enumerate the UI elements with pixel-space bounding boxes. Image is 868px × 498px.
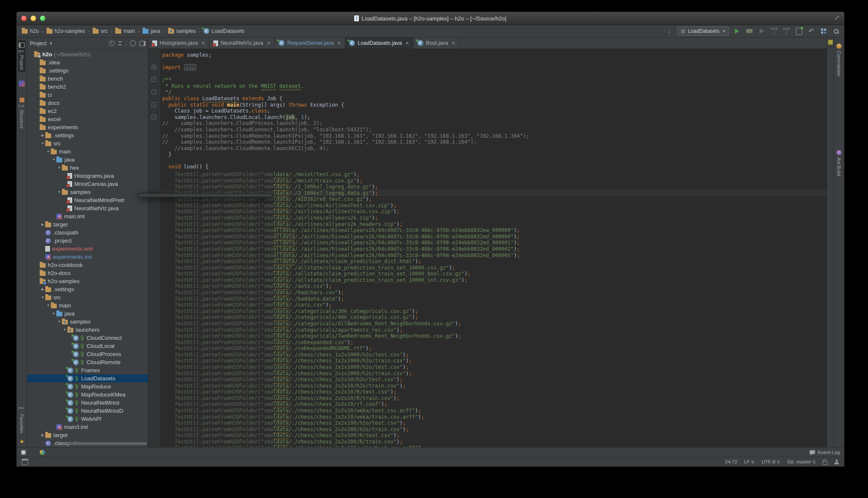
debug-button[interactable] bbox=[745, 27, 754, 35]
sidebar-item-commander[interactable]: Commander bbox=[836, 41, 842, 79]
tree-row[interactable]: ▼hex bbox=[27, 164, 148, 172]
project-view-select[interactable]: Project▼ bbox=[30, 41, 53, 46]
vcs-commit-button[interactable]: VCS↑ bbox=[782, 27, 791, 35]
tree-row[interactable]: CCloudRemote bbox=[27, 358, 148, 366]
sidebar-item-changes[interactable] bbox=[40, 450, 47, 455]
breadcrumb-item[interactable]: h2o bbox=[20, 28, 41, 35]
sidebar-item-7-structure[interactable]: 7: Structure bbox=[18, 95, 25, 131]
tree-row[interactable]: ec2 bbox=[27, 107, 148, 115]
tree-row[interactable]: h2o-samples bbox=[27, 277, 148, 285]
breadcrumb-item[interactable]: java bbox=[141, 28, 162, 35]
tree-row[interactable]: bench bbox=[27, 75, 148, 83]
tree-row[interactable]: docs bbox=[27, 99, 148, 107]
tree-row[interactable]: NeuralNetMnistPretr bbox=[27, 196, 148, 204]
sidebar-item-todo[interactable] bbox=[21, 450, 29, 455]
tree-expanded-arrow-icon[interactable]: ▼ bbox=[57, 320, 62, 324]
changes-dialog-button[interactable] bbox=[794, 27, 804, 35]
tree-row[interactable]: h2o-cookbook bbox=[27, 261, 148, 269]
tree-row[interactable]: experiments bbox=[27, 123, 148, 131]
vcs-update-button[interactable]: VCS↓ bbox=[769, 27, 779, 35]
tree-row[interactable]: JIexperiments.iml bbox=[27, 253, 148, 261]
sidebar-item-1-project[interactable]: 1: Project bbox=[18, 40, 26, 72]
tree-row[interactable]: ▶.settings bbox=[27, 285, 148, 293]
tree-row[interactable]: CCloudConnect bbox=[27, 334, 148, 342]
event-log-button[interactable]: Event Log bbox=[810, 450, 840, 455]
lock-icon[interactable] bbox=[823, 461, 827, 465]
tree-row[interactable]: ▼launchers bbox=[27, 326, 148, 334]
fold-marker-icon[interactable]: - bbox=[151, 77, 156, 82]
tab-neuralnetviz-java[interactable]: NeuralNetViz.java✕ bbox=[210, 38, 275, 49]
run-configuration-select[interactable]: LoadDatasets ▼ bbox=[677, 26, 729, 36]
zoom-window-button[interactable] bbox=[40, 15, 46, 21]
tree-expanded-arrow-icon[interactable]: ▼ bbox=[46, 304, 51, 307]
tree-row[interactable]: bench2 bbox=[27, 83, 148, 91]
close-icon[interactable]: ✕ bbox=[451, 41, 455, 46]
changed-files-icon[interactable] bbox=[665, 27, 674, 35]
tree-row[interactable]: excel bbox=[27, 115, 148, 123]
tree-collapsed-arrow-icon[interactable]: ▶ bbox=[40, 287, 45, 291]
tab-histograms-java[interactable]: Histograms.java✕ bbox=[149, 38, 210, 49]
user-icon[interactable] bbox=[834, 460, 839, 464]
project-structure-button[interactable] bbox=[819, 27, 828, 35]
run-button[interactable] bbox=[732, 27, 742, 35]
tree-row[interactable]: .idea bbox=[27, 58, 148, 67]
tree-row[interactable]: ▼java bbox=[27, 156, 148, 164]
close-window-button[interactable] bbox=[21, 15, 27, 21]
close-icon[interactable]: ✕ bbox=[405, 41, 409, 46]
tree-collapsed-arrow-icon[interactable]: ▶ bbox=[40, 133, 45, 137]
breadcrumb-item[interactable]: samples bbox=[166, 28, 198, 35]
tree-row[interactable]: ▶target bbox=[27, 220, 148, 229]
fold-marker-icon[interactable]: - bbox=[151, 115, 156, 119]
sidebar-item-favorites[interactable]: 2: Favorites bbox=[18, 404, 25, 436]
fold-marker-icon[interactable] bbox=[151, 90, 156, 94]
tree-row[interactable]: ci bbox=[27, 91, 148, 99]
tree-row[interactable]: CCloudLocal bbox=[27, 342, 148, 350]
tab-loaddatasets-java[interactable]: CLoadDatasets.java✕ bbox=[345, 38, 414, 49]
tree-expanded-arrow-icon[interactable]: ▼ bbox=[51, 312, 56, 316]
coverage-button[interactable] bbox=[757, 27, 766, 35]
tree-expanded-arrow-icon[interactable]: ▼ bbox=[46, 150, 51, 153]
code-editor[interactable]: package samples;+import ...-/** * Runs a… bbox=[149, 49, 827, 447]
tree-row[interactable]: JImain.iml bbox=[27, 212, 148, 220]
fold-marker-icon[interactable]: + bbox=[151, 65, 156, 69]
tree-row[interactable]: ▼samples bbox=[27, 188, 148, 196]
breadcrumb-item[interactable]: main bbox=[114, 28, 137, 35]
tree-row[interactable]: NeuralNetViz.java bbox=[27, 204, 148, 212]
tree-row[interactable]: ▶target bbox=[27, 431, 148, 439]
tree-collapsed-arrow-icon[interactable]: ▶ bbox=[40, 223, 45, 226]
tree-expanded-arrow-icon[interactable]: ▼ bbox=[57, 166, 62, 170]
search-icon[interactable] bbox=[831, 27, 841, 35]
breadcrumb-item[interactable]: h2o-samples bbox=[45, 28, 87, 35]
breadcrumb-item[interactable]: src bbox=[91, 28, 110, 35]
tree-expanded-arrow-icon[interactable]: ▼ bbox=[57, 190, 62, 194]
tree-row[interactable]: Histograms.java bbox=[27, 172, 148, 180]
tree-row[interactable]: ▼src bbox=[27, 139, 148, 148]
tree-expanded-arrow-icon[interactable]: ▼ bbox=[51, 158, 56, 162]
tree-row[interactable]: CMapReduceKMea bbox=[27, 391, 148, 399]
hide-panel-icon[interactable] bbox=[140, 41, 146, 46]
close-icon[interactable]: ✕ bbox=[267, 41, 271, 46]
tree-row[interactable]: CCloudProcess bbox=[27, 350, 148, 358]
tree-row[interactable]: ▼java bbox=[27, 310, 148, 318]
tree-row[interactable]: CWebAPI bbox=[27, 415, 148, 423]
fullscreen-icon[interactable] bbox=[834, 14, 840, 22]
encoding-select[interactable]: UTF-8⇅ bbox=[761, 459, 780, 464]
tree-row[interactable]: CFrames bbox=[27, 366, 148, 374]
tree-expanded-arrow-icon[interactable]: ▼ bbox=[40, 142, 45, 145]
collapse-all-icon[interactable] bbox=[118, 41, 122, 46]
inspection-marker-bar[interactable] bbox=[827, 38, 833, 447]
sidebar-item-ji[interactable] bbox=[18, 78, 26, 89]
tree-row[interactable]: CNeuralNetMnistD bbox=[27, 407, 148, 415]
tab-boot-java[interactable]: CBoot.java✕ bbox=[414, 38, 460, 49]
tree-row[interactable]: CNeuralNetMnist bbox=[27, 399, 148, 407]
tree-row[interactable]: CMapReduce bbox=[27, 382, 148, 391]
caret-position[interactable]: 24:72 bbox=[725, 459, 737, 464]
close-icon[interactable]: ✕ bbox=[201, 41, 205, 46]
tree-row[interactable]: .project bbox=[27, 237, 148, 245]
tree-expanded-arrow-icon[interactable]: ▼ bbox=[40, 295, 45, 299]
breadcrumb-item[interactable]: CLoadDatasets bbox=[202, 28, 246, 35]
tree-row[interactable]: ▼main bbox=[27, 148, 148, 156]
gear-icon[interactable] bbox=[130, 40, 136, 46]
tree-collapsed-arrow-icon[interactable]: ▶ bbox=[40, 433, 45, 437]
tree-expanded-arrow-icon[interactable]: ▼ bbox=[62, 328, 67, 332]
